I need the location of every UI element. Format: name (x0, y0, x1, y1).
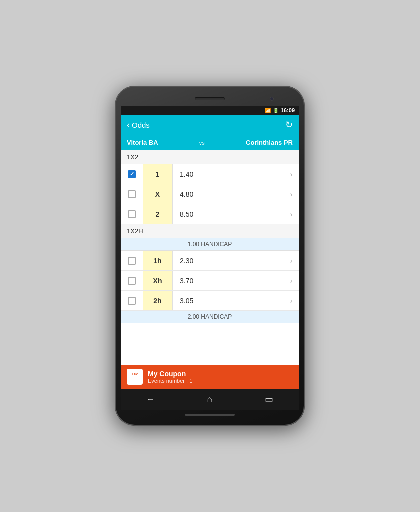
checkbox-2h[interactable] (121, 297, 143, 305)
checkbox-xh[interactable] (121, 277, 143, 285)
outcome-label-xh: Xh (143, 271, 173, 290)
coupon-icon: 1X2 ≡ (127, 369, 143, 385)
chevron-left-icon: ‹ (127, 120, 130, 130)
outcome-label-x: X (143, 184, 173, 204)
section-1x2-label: 1X2 (121, 150, 299, 164)
odds-value-1: 1.40 (173, 170, 284, 178)
arrow-2h[interactable]: › (284, 297, 299, 305)
checkbox-x[interactable] (121, 190, 143, 198)
checkbox-input-1h[interactable] (128, 257, 136, 265)
arrow-x[interactable]: › (284, 190, 299, 198)
camera (270, 97, 274, 101)
coupon-title: My Coupon (148, 370, 192, 378)
match-header: Vitoria BA vs Corinthians PR (121, 135, 299, 150)
coupon-bar[interactable]: 1X2 ≡ My Coupon Events number : 1 (121, 365, 299, 389)
handicap-label-1: 1.00 HANDICAP (121, 238, 299, 251)
checkbox-input-2h[interactable] (128, 297, 136, 305)
odds-row-xh[interactable]: Xh 3.70 › (121, 271, 299, 291)
checkbox-input-x[interactable] (128, 190, 136, 198)
phone-bottom (121, 410, 299, 420)
header-title: Odds (132, 121, 150, 130)
odds-row-2[interactable]: 2 8.50 › (121, 204, 299, 224)
signal-icon: 📶 (265, 108, 271, 114)
nav-home-button[interactable]: ⌂ (198, 389, 222, 410)
checkbox-1h[interactable] (121, 257, 143, 265)
speaker (195, 98, 225, 100)
odds-value-x: 4.80 (173, 190, 284, 198)
checkbox-input-1[interactable] (128, 170, 136, 178)
arrow-1[interactable]: › (284, 170, 299, 178)
odds-value-2: 8.50 (173, 210, 284, 218)
checkbox-input-xh[interactable] (128, 277, 136, 285)
refresh-button[interactable]: ↻ (286, 120, 293, 130)
odds-row-1[interactable]: 1 1.40 › (121, 164, 299, 184)
odds-value-1h: 2.30 (173, 257, 284, 265)
away-team: Corinthians PR (246, 139, 293, 146)
status-bar: 📶 🔋 16:09 (121, 106, 299, 115)
battery-icon: 🔋 (273, 108, 279, 114)
nav-back-button[interactable]: ← (138, 389, 163, 410)
back-button[interactable]: ‹ Odds (127, 120, 150, 130)
match-vs: vs (200, 140, 205, 146)
coupon-subtitle: Events number : 1 (148, 378, 192, 384)
home-team: Vitoria BA (127, 139, 158, 146)
checkbox-1[interactable] (121, 170, 143, 178)
status-time: 16:09 (281, 108, 295, 114)
home-indicator (185, 414, 235, 416)
outcome-label-2: 2 (143, 204, 173, 224)
outcome-label-1: 1 (143, 164, 173, 184)
coupon-text: My Coupon Events number : 1 (148, 370, 192, 384)
arrow-xh[interactable]: › (284, 277, 299, 285)
odds-value-2h: 3.05 (173, 297, 284, 305)
arrow-2[interactable]: › (284, 210, 299, 218)
app-header: ‹ Odds ↻ (121, 115, 299, 135)
section-1x2h-label: 1X2H (121, 224, 299, 238)
checkbox-input-2[interactable] (128, 210, 136, 218)
odds-value-xh: 3.70 (173, 277, 284, 285)
outcome-label-2h: 2h (143, 291, 173, 310)
checkbox-2[interactable] (121, 210, 143, 218)
arrow-1h[interactable]: › (284, 257, 299, 265)
nav-bar: ← ⌂ ▭ (121, 389, 299, 410)
odds-row-1h[interactable]: 1h 2.30 › (121, 251, 299, 271)
odds-row-2h[interactable]: 2h 3.05 › (121, 291, 299, 311)
nav-recent-button[interactable]: ▭ (257, 389, 282, 410)
outcome-label-1h: 1h (143, 251, 173, 270)
screen: 📶 🔋 16:09 ‹ Odds ↻ Vitoria BA vs Corinth… (121, 106, 299, 410)
odds-row-x[interactable]: X 4.80 › (121, 184, 299, 204)
handicap-label-2: 2.00 HANDICAP (121, 311, 299, 324)
phone-frame: 📶 🔋 16:09 ‹ Odds ↻ Vitoria BA vs Corinth… (115, 86, 305, 426)
phone-top (121, 92, 299, 106)
